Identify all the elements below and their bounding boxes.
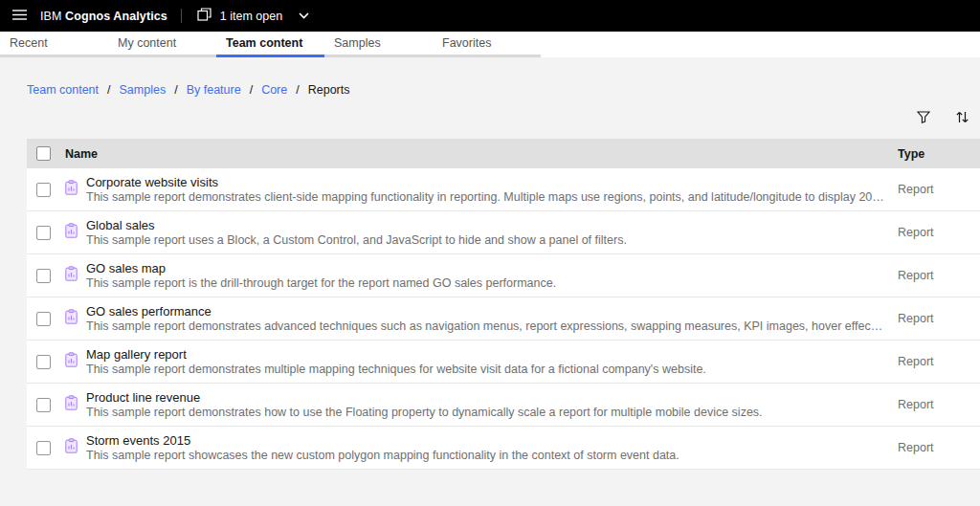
breadcrumb-samples[interactable]: Samples [120,83,167,97]
topbar-divider [181,9,182,23]
report-icon [65,438,78,457]
row-checkbox[interactable] [36,269,51,283]
report-type: Report [898,226,980,239]
app-header: IBM Cognos Analytics 1 item open [0,0,980,32]
table-header-row: Name Type [27,139,980,168]
report-type: Report [898,269,980,282]
table-row[interactable]: Storm events 2015 This sample report sho… [27,427,980,470]
report-type: Report [898,398,980,411]
name-column-header[interactable]: Name [65,147,98,161]
breadcrumb: Team content / Samples / By feature / Co… [27,83,980,97]
report-description: This sample report demonstrates multiple… [86,363,884,377]
brand-prefix: IBM [40,10,62,23]
report-title[interactable]: GO sales map [86,261,884,276]
content-area: Team content / Samples / By feature / Co… [0,83,980,470]
report-type: Report [898,355,980,368]
app-brand: IBM Cognos Analytics [40,10,167,23]
report-title[interactable]: Global sales [86,218,884,233]
report-description: This sample report demonstrates advanced… [86,319,884,334]
header-checkbox-cell [27,146,65,161]
content-tabs: Recent My content Team content Samples F… [0,32,980,57]
report-title[interactable]: Corporate website visits [86,175,884,190]
breadcrumb-team-content[interactable]: Team content [27,83,99,97]
table-row[interactable]: GO sales performance This sample report … [27,297,980,341]
breadcrumb-core[interactable]: Core [261,83,287,97]
brand-name: Cognos Analytics [65,10,167,23]
breadcrumb-current-reports: Reports [308,83,350,97]
table-row[interactable]: GO sales map This sample report is the d… [27,254,980,297]
filter-funnel-icon [917,111,930,126]
breadcrumb-separator: / [107,83,110,97]
breadcrumb-separator: / [250,83,253,97]
row-checkbox[interactable] [36,312,51,326]
report-description: This sample report demonstrates client-s… [86,190,884,205]
table-row[interactable]: Global sales This sample report uses a B… [27,211,980,254]
name-column-header-cell: Name [65,147,898,161]
select-all-checkbox[interactable] [36,146,51,161]
cognos-analytics-app: IBM Cognos Analytics 1 item open Recent … [0,0,980,506]
main-menu-button[interactable] [0,0,38,32]
cascade-windows-icon [197,8,212,24]
row-checkbox[interactable] [36,226,51,240]
report-title[interactable]: Product line revenue [86,390,884,406]
breadcrumb-separator: / [296,83,299,97]
report-icon [65,352,78,371]
filter-button[interactable] [911,108,936,129]
report-icon [65,180,78,199]
breadcrumb-separator: / [174,83,177,97]
row-checkbox[interactable] [36,183,51,197]
tab-my-content[interactable]: My content [108,32,216,57]
report-description: This sample report demonstrates how to u… [86,406,884,420]
report-title[interactable]: GO sales performance [86,304,884,319]
row-checkbox[interactable] [36,355,51,369]
report-type: Report [898,183,980,196]
tab-recent[interactable]: Recent [0,32,108,57]
open-items-dropdown[interactable]: 1 item open [197,8,309,24]
report-title[interactable]: Storm events 2015 [86,433,884,449]
report-icon [65,223,78,242]
report-description: This sample report showcases the new cus… [86,449,884,463]
table-row[interactable]: Map gallery report This sample report de… [27,341,980,384]
table-row[interactable]: Corporate website visits This sample rep… [27,168,980,211]
tab-team-content[interactable]: Team content [216,32,324,57]
hamburger-menu-icon [12,9,27,23]
reports-table: Name Type Corporate website visits This … [27,139,980,470]
list-toolbar [0,108,974,129]
row-checkbox[interactable] [36,398,51,412]
report-icon [65,395,78,414]
chevron-down-icon [299,12,309,19]
sort-arrows-icon [956,111,969,126]
report-title[interactable]: Map gallery report [86,347,884,363]
report-type: Report [898,441,980,454]
report-description: This sample report uses a Block, a Custo… [86,233,884,248]
report-icon [65,309,78,328]
tab-favorites[interactable]: Favorites [433,32,541,57]
row-checkbox[interactable] [36,441,51,455]
type-column-header[interactable]: Type [898,147,980,161]
open-items-label: 1 item open [220,10,282,23]
report-icon [65,266,78,285]
sort-button[interactable] [949,108,974,129]
table-row[interactable]: Product line revenue This sample report … [27,384,980,427]
tab-samples[interactable]: Samples [324,32,433,57]
report-description: This sample report is the drill-through … [86,276,884,291]
breadcrumb-by-feature[interactable]: By feature [187,83,241,97]
report-type: Report [898,312,980,325]
